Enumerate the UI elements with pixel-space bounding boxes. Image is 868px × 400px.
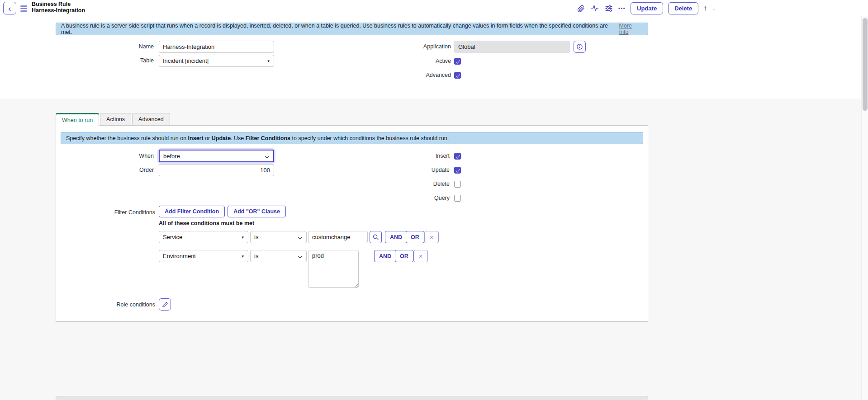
collapsed-section-strip[interactable]	[56, 396, 648, 400]
condition-2-or-button[interactable]: OR	[395, 250, 413, 262]
condition-2-operator-select[interactable]: is	[250, 250, 307, 262]
when-to-run-instruction-banner: Specify whether the business rule should…	[61, 132, 643, 144]
scrollbar-thumb[interactable]	[863, 18, 868, 111]
personalize-form-icon[interactable]	[604, 4, 613, 13]
tab-when-to-run[interactable]: When to run	[56, 113, 99, 126]
condition-2-and-button[interactable]: AND	[374, 250, 396, 262]
attachment-icon[interactable]	[576, 4, 585, 13]
more-options-icon[interactable]: •••	[618, 5, 626, 11]
condition-1-value-input[interactable]	[308, 231, 368, 243]
record-type: Business Rule	[32, 1, 85, 8]
update-checkbox[interactable]	[454, 167, 461, 174]
condition-1-and-button[interactable]: AND	[385, 231, 407, 243]
chevron-down-icon	[265, 154, 270, 159]
info-icon	[576, 43, 583, 50]
filter-conditions-label: Filter Conditions	[65, 209, 155, 216]
filter-condition-buttons: Add Filter Condition Add "OR" Clause	[159, 206, 286, 217]
info-banner-text: A business rule is a server-side script …	[61, 23, 617, 35]
pencil-icon	[162, 301, 168, 308]
order-label: Order	[109, 167, 154, 173]
edit-role-conditions-button[interactable]	[159, 298, 171, 311]
search-icon	[372, 234, 379, 240]
delete-label: Delete	[404, 181, 450, 187]
dropdown-triangle-icon: ▾	[267, 59, 270, 63]
condition-1-or-button[interactable]: OR	[406, 231, 424, 243]
table-select[interactable]: Incident [incident] ▾	[159, 55, 274, 67]
when-label: When	[109, 153, 154, 159]
context-menu-icon[interactable]	[20, 5, 27, 13]
chevron-down-icon	[298, 254, 303, 259]
next-record-icon[interactable]: ↓	[712, 4, 716, 12]
query-checkbox[interactable]	[454, 195, 461, 202]
insert-label: Insert	[404, 153, 450, 159]
application-field: Global	[454, 41, 570, 53]
query-label: Query	[404, 195, 450, 201]
advanced-label: Advanced	[375, 72, 451, 78]
more-info-link[interactable]: More Info	[619, 23, 643, 35]
instruction-text: Specify whether the business rule should…	[66, 135, 449, 141]
order-input[interactable]	[159, 164, 274, 176]
chevron-down-icon	[298, 235, 303, 240]
record-name: Harness-Integration	[32, 8, 85, 14]
name-label: Name	[109, 43, 154, 50]
conditions-help-text: All of these conditions must be met	[159, 220, 254, 226]
back-button[interactable]: ‹	[3, 2, 16, 14]
update-label: Update	[404, 167, 450, 173]
role-conditions-label: Role conditions	[65, 301, 155, 308]
application-info-button[interactable]	[574, 41, 586, 53]
table-select-value: Incident [incident]	[163, 57, 209, 64]
vertical-scrollbar[interactable]	[861, 0, 868, 400]
condition-2-value-textarea[interactable]: prod	[308, 250, 359, 288]
condition-2-field-select[interactable]: Environment ▾	[159, 250, 248, 262]
update-button[interactable]: Update	[631, 2, 663, 14]
record-title: Business Rule Harness-Integration	[32, 1, 85, 14]
previous-record-icon[interactable]: ↑	[703, 4, 707, 12]
business-rule-info-banner: A business rule is a server-side script …	[56, 23, 648, 35]
condition-2-remove-button[interactable]: ×	[413, 250, 428, 262]
active-checkbox[interactable]	[454, 58, 461, 65]
add-filter-condition-button[interactable]: Add Filter Condition	[159, 206, 225, 217]
application-label: Application	[375, 43, 451, 50]
add-or-clause-button[interactable]: Add "OR" Clause	[228, 206, 286, 217]
delete-checkbox[interactable]	[454, 181, 461, 188]
dropdown-triangle-icon: ▾	[242, 235, 244, 240]
activity-stream-icon[interactable]	[590, 4, 599, 13]
form-tabs: When to run Actions Advanced	[56, 113, 171, 126]
condition-1-field-select[interactable]: Service ▾	[159, 231, 248, 243]
header-actions: ••• Update Delete ↑ ↓	[576, 0, 716, 16]
business-rule-form-page: ‹ Business Rule Harness-Integration ••• …	[0, 0, 868, 400]
table-label: Table	[109, 57, 154, 64]
when-select-value: before	[163, 153, 180, 160]
advanced-checkbox[interactable]	[454, 72, 461, 79]
condition-1-operator-select[interactable]: is	[250, 231, 307, 243]
active-label: Active	[375, 58, 451, 64]
tab-advanced[interactable]: Advanced	[132, 113, 170, 126]
when-select[interactable]: before	[159, 150, 274, 162]
tab-actions[interactable]: Actions	[100, 113, 131, 126]
insert-checkbox[interactable]	[454, 153, 461, 160]
application-value: Global	[458, 43, 475, 50]
record-header: ‹ Business Rule Harness-Integration ••• …	[0, 0, 868, 16]
condition-1-lookup-button[interactable]	[370, 231, 382, 243]
dropdown-triangle-icon: ▾	[242, 254, 244, 259]
delete-button[interactable]: Delete	[668, 2, 698, 14]
name-input[interactable]	[159, 41, 274, 53]
condition-1-remove-button[interactable]: ×	[424, 231, 439, 243]
